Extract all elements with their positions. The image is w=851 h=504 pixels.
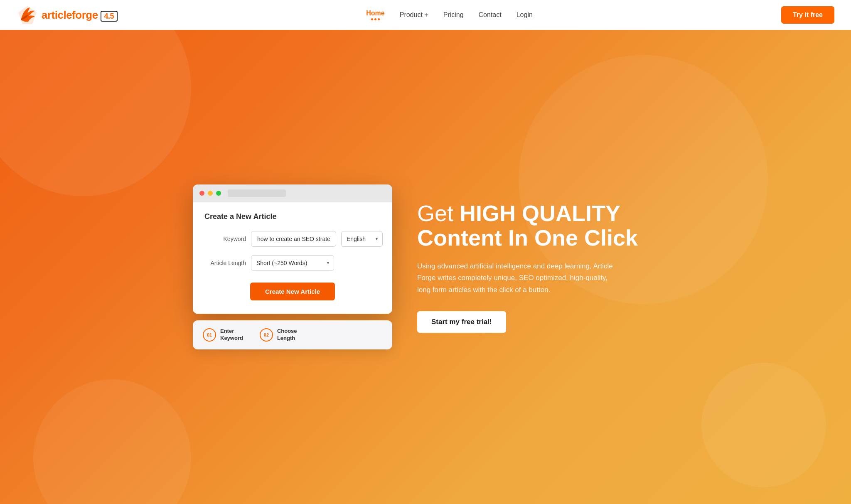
nav-link-pricing[interactable]: Pricing xyxy=(443,11,464,18)
navbar: articleforge4.5 Home Product + Pricing C… xyxy=(0,0,851,30)
step-2-label: ChooseLength xyxy=(277,328,297,342)
nav-item-home[interactable]: Home xyxy=(366,10,384,20)
step-1: 01 EnterKeyword xyxy=(203,328,243,342)
logo-wordmark: articleforge4.5 xyxy=(42,9,118,22)
keyword-input[interactable] xyxy=(251,231,336,247)
hero-section: Create a New Article Keyword English Spa… xyxy=(0,30,851,504)
hero-swirl-2 xyxy=(701,363,826,487)
step-2-number: 02 xyxy=(260,328,273,342)
titlebar-dot-yellow xyxy=(208,191,213,196)
steps-bar: 01 EnterKeyword 02 ChooseLength xyxy=(193,320,392,349)
hero-content: Create a New Article Keyword English Spa… xyxy=(176,160,675,374)
length-row: Article Length Short (~250 Words) Medium… xyxy=(204,255,381,271)
mock-browser: Create a New Article Keyword English Spa… xyxy=(193,184,392,314)
step-1-number: 01 xyxy=(203,328,216,342)
nav-item-product[interactable]: Product + xyxy=(400,11,428,19)
nav-item-login[interactable]: Login xyxy=(517,11,533,19)
nav-link-login[interactable]: Login xyxy=(517,11,533,18)
length-label: Article Length xyxy=(204,260,246,266)
nav-item-contact[interactable]: Contact xyxy=(479,11,502,19)
nav-active-indicator xyxy=(366,18,384,20)
logo-text: articleforge4.5 xyxy=(42,9,118,21)
length-select-wrapper: Short (~250 Words) Medium (~500 Words) L… xyxy=(251,255,334,271)
hero-heading-line1-normal: Get xyxy=(417,201,460,226)
create-button-row: Create New Article xyxy=(204,283,381,300)
logo-bird-icon xyxy=(17,4,38,26)
titlebar-dot-red xyxy=(199,191,204,196)
titlebar-dot-green xyxy=(216,191,221,196)
language-select[interactable]: English Spanish French German xyxy=(341,231,383,247)
form-title: Create a New Article xyxy=(204,212,381,221)
nav-link-product[interactable]: Product + xyxy=(400,11,428,18)
keyword-label: Keyword xyxy=(204,236,246,242)
start-free-trial-button[interactable]: Start my free trial! xyxy=(417,311,506,333)
nav-links: Home Product + Pricing Contact Login xyxy=(366,10,533,20)
hero-heading-line1-strong: HIGH QUALITY xyxy=(460,201,620,226)
hero-heading-line2: Content In One Click xyxy=(417,225,638,250)
titlebar-address-bar xyxy=(228,189,286,197)
create-new-article-button[interactable]: Create New Article xyxy=(250,283,335,300)
length-select[interactable]: Short (~250 Words) Medium (~500 Words) L… xyxy=(251,255,334,271)
nav-link-contact[interactable]: Contact xyxy=(479,11,502,18)
article-form: Create a New Article Keyword English Spa… xyxy=(193,202,392,314)
browser-titlebar xyxy=(193,184,392,202)
nav-link-home[interactable]: Home xyxy=(366,10,384,17)
nav-item-pricing[interactable]: Pricing xyxy=(443,11,464,19)
language-select-wrapper: English Spanish French German xyxy=(341,231,383,247)
hero-heading: Get HIGH QUALITY Content In One Click xyxy=(417,201,658,251)
hero-description: Using advanced artificial intelligence a… xyxy=(417,261,617,297)
step-1-label: EnterKeyword xyxy=(220,328,243,342)
try-it-free-button[interactable]: Try it free xyxy=(781,6,834,24)
logo: articleforge4.5 xyxy=(17,4,118,26)
mock-browser-column: Create a New Article Keyword English Spa… xyxy=(193,184,392,349)
hero-text: Get HIGH QUALITY Content In One Click Us… xyxy=(417,201,658,333)
keyword-row: Keyword English Spanish French German xyxy=(204,231,381,247)
step-2: 02 ChooseLength xyxy=(260,328,297,342)
